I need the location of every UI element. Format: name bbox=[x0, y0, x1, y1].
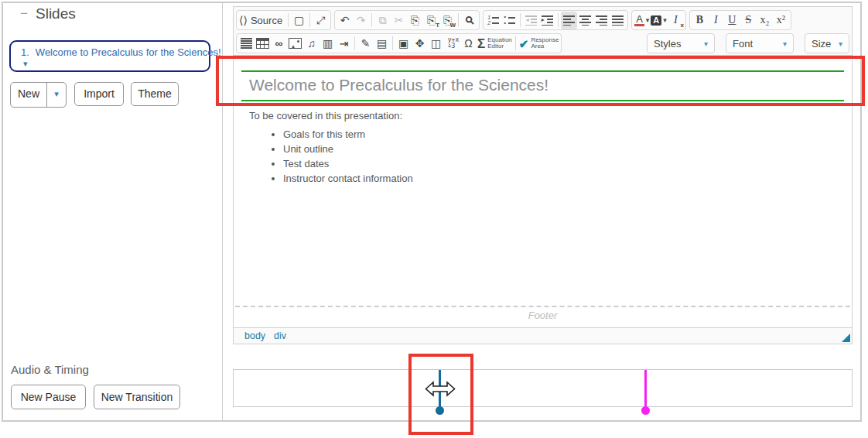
undo-icon[interactable]: ↶ bbox=[337, 12, 353, 29]
italic-icon[interactable]: I bbox=[708, 12, 724, 29]
slide-list-item-1[interactable]: 1.Welcome to Precalculus for the Science… bbox=[9, 40, 210, 72]
chevron-down-icon: ▾ bbox=[839, 39, 842, 48]
equation-editor-button[interactable]: ΣEquationEditor bbox=[477, 35, 513, 53]
div-container-icon[interactable]: ▣ bbox=[395, 35, 412, 53]
toolbar-group bbox=[483, 10, 628, 30]
bullet-item[interactable]: Unit outline bbox=[283, 143, 836, 155]
toolbar-row-2: ∞♫▥⇥✎▤▣✥◫y+x÷3ΩΣEquationEditor✔ResponseA… bbox=[236, 33, 849, 54]
toolbar-group: ↶↷⧉✂⎘⎘T⎘W⚲ bbox=[334, 10, 480, 30]
audio-icon[interactable]: ♫ bbox=[303, 35, 320, 53]
toolbar-group: ⟨⟩Source▢⤢ bbox=[236, 10, 331, 30]
timeline-marker-magenta-line[interactable] bbox=[644, 370, 647, 409]
chevron-down-icon: ▾ bbox=[704, 39, 708, 48]
element-path-item-body[interactable]: body bbox=[244, 330, 265, 341]
toolbar-separator bbox=[520, 13, 521, 27]
element-path-item-div[interactable]: div bbox=[274, 330, 286, 341]
numbered-list-icon[interactable] bbox=[485, 12, 501, 29]
toolbar-group: BIUSx₂x² bbox=[689, 10, 791, 30]
editor-status-bar: bodydiv bbox=[234, 327, 852, 344]
underline-icon[interactable]: U bbox=[724, 12, 740, 29]
response-area-button[interactable]: ✔ResponseArea bbox=[518, 35, 560, 53]
new-slide-split-button: New ▾ bbox=[10, 82, 67, 108]
source-button[interactable]: ⟨⟩Source bbox=[238, 12, 285, 29]
theme-button[interactable]: Theme bbox=[131, 82, 179, 106]
link-icon[interactable]: ∞ bbox=[271, 35, 287, 53]
cut-icon[interactable]: ✂ bbox=[391, 12, 407, 29]
select-all-icon[interactable]: ▢ bbox=[291, 12, 307, 29]
toolbar-separator bbox=[458, 13, 459, 27]
new-slide-button[interactable]: New bbox=[11, 83, 46, 107]
bullet-item[interactable]: Goals for this term bbox=[283, 128, 836, 140]
timeline-marker-blue-dot[interactable] bbox=[436, 406, 444, 415]
bold-icon[interactable]: B bbox=[692, 12, 708, 29]
align-right-icon[interactable] bbox=[593, 12, 610, 29]
chevron-down-icon: ▾ bbox=[783, 39, 787, 48]
bullet-list: Goals for this termUnit outlineTest date… bbox=[249, 128, 836, 184]
slide-item-label: 1.Welcome to Precalculus for the Science… bbox=[21, 46, 221, 58]
timeline-marker-magenta-dot[interactable] bbox=[641, 406, 650, 415]
audio-timing-title: Audio & Timing bbox=[11, 363, 89, 376]
slides-collapse-toggle[interactable]: − bbox=[20, 6, 28, 22]
background-color-icon[interactable]: A▾ bbox=[650, 12, 667, 29]
editor-resize-handle[interactable] bbox=[842, 334, 850, 342]
align-left-icon[interactable] bbox=[561, 12, 577, 29]
spellcheck-icon[interactable]: ▤ bbox=[374, 35, 390, 53]
new-transition-button[interactable]: New Transition bbox=[94, 385, 180, 409]
bullet-item[interactable]: Instructor contact information bbox=[283, 173, 836, 184]
paste-from-word-icon[interactable]: ⎘W bbox=[439, 12, 456, 29]
align-justify-icon[interactable] bbox=[610, 12, 626, 29]
body-intro-text[interactable]: To be covered in this presentation: bbox=[249, 110, 836, 121]
new-slide-dropdown-caret-icon[interactable]: ▾ bbox=[46, 83, 66, 107]
copy-icon[interactable]: ⧉ bbox=[374, 12, 391, 29]
superscript-icon[interactable]: x² bbox=[773, 12, 789, 29]
toolbar-group: ∞♫▥⇥✎▤▣✥◫y+x÷3ΩΣEquationEditor✔ResponseA… bbox=[236, 33, 562, 53]
size-dropdown[interactable]: Size▾ bbox=[805, 33, 849, 53]
chevron-down-icon: ▾ bbox=[663, 16, 667, 24]
find-icon[interactable]: ⚲ bbox=[461, 12, 477, 29]
insert-file-icon[interactable]: ⇥ bbox=[336, 35, 352, 53]
special-character-icon[interactable]: Ω bbox=[460, 35, 477, 53]
slide-body-block[interactable]: To be covered in this presentation: Goal… bbox=[249, 110, 836, 187]
horizontal-rule-icon[interactable] bbox=[238, 35, 255, 53]
table-icon[interactable] bbox=[255, 35, 271, 53]
toolbar-group: A▾A▾Ix bbox=[631, 10, 686, 30]
align-center-icon[interactable] bbox=[577, 12, 593, 29]
toolbar-separator bbox=[371, 13, 372, 27]
bullet-item[interactable]: Test dates bbox=[283, 158, 836, 169]
toolbar-separator bbox=[558, 13, 559, 27]
slide-title-block[interactable]: Welcome to Precalculus for the Sciences! bbox=[241, 70, 844, 101]
bulleted-list-icon[interactable] bbox=[501, 12, 518, 29]
video-icon[interactable]: ▥ bbox=[320, 35, 336, 53]
slides-panel-title: Slides bbox=[36, 5, 76, 22]
editor-toolbar: ⟨⟩Source▢⤢↶↷⧉✂⎘⎘T⎘W⚲A▾A▾IxBIUSx₂x² ∞♫▥⇥✎… bbox=[234, 7, 852, 56]
editable-content-area[interactable]: Welcome to Precalculus for the Sciences!… bbox=[234, 56, 852, 327]
import-button[interactable]: Import bbox=[74, 82, 124, 106]
slide-editor-app: − Slides 1.Welcome to Precalculus for th… bbox=[0, 0, 868, 438]
text-color-icon[interactable]: A▾ bbox=[634, 12, 650, 29]
audio-timing-timeline[interactable] bbox=[233, 369, 853, 407]
footer-placeholder[interactable]: Footer bbox=[235, 306, 850, 321]
horizontal-resize-cursor-icon bbox=[425, 380, 456, 401]
remove-format-icon[interactable]: Ix bbox=[668, 12, 684, 29]
redo-icon[interactable]: ↷ bbox=[353, 12, 369, 29]
styles-dropdown[interactable]: Styles▾ bbox=[647, 33, 715, 53]
font-dropdown[interactable]: Font▾ bbox=[726, 33, 794, 53]
sidebar-divider bbox=[222, 3, 223, 420]
maximize-icon[interactable]: ⤢ bbox=[313, 12, 329, 29]
slide-item-menu-caret-icon[interactable]: ▾ bbox=[23, 60, 209, 68]
toolbar-row-1: ⟨⟩Source▢⤢↶↷⧉✂⎘⎘T⎘W⚲A▾A▾IxBIUSx₂x² bbox=[236, 9, 849, 31]
strikethrough-icon[interactable]: S bbox=[740, 12, 757, 29]
paste-icon[interactable]: ⎘ bbox=[407, 12, 423, 29]
new-pause-button[interactable]: New Pause bbox=[11, 385, 86, 409]
paste-plain-text-icon[interactable]: ⎘T bbox=[423, 12, 439, 29]
image-icon[interactable] bbox=[287, 35, 303, 53]
copy-formatting-icon[interactable]: ✎ bbox=[357, 35, 374, 53]
increase-indent-icon[interactable] bbox=[539, 12, 555, 29]
decrease-indent-icon[interactable] bbox=[523, 12, 539, 29]
columns-icon[interactable]: ◫ bbox=[428, 35, 444, 53]
toolbar-separator bbox=[288, 13, 289, 27]
chevron-down-icon: ▾ bbox=[646, 16, 650, 24]
move-icon[interactable]: ✥ bbox=[412, 35, 428, 53]
subscript-icon[interactable]: x₂ bbox=[757, 12, 773, 29]
math-preview-icon[interactable]: y+x÷3 bbox=[444, 35, 460, 53]
